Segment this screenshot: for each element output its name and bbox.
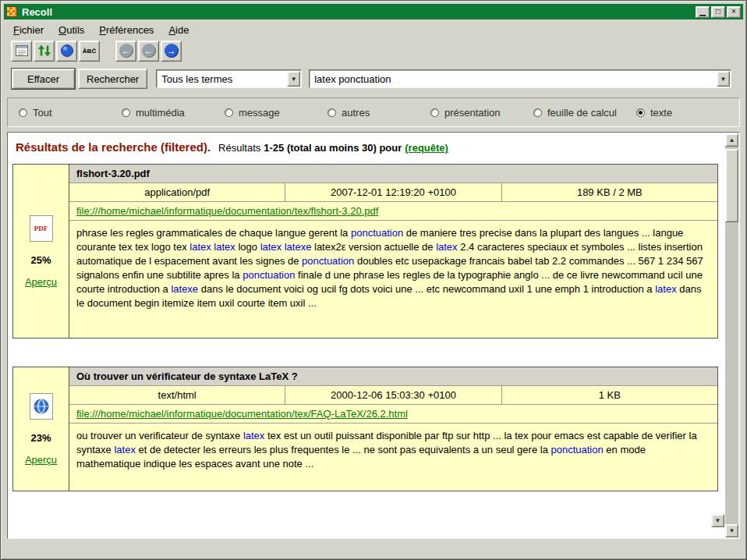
menubar: Fichier Outils Préférences Aide [4,21,743,38]
next-page-icon: → [165,44,179,58]
result-size: 1 KB [502,386,717,404]
filter-label: texte [650,107,672,119]
filter-tout[interactable]: Tout [19,107,122,119]
result-leftcol: PDF 25% Aperçu [13,165,69,338]
query-input-value[interactable]: latex ponctuation [310,73,717,85]
chevron-down-icon[interactable]: ▼ [717,71,730,87]
filter-label: feuille de calcul [547,107,617,119]
radio-icon[interactable] [225,108,233,117]
filter-feuille-de-calcul[interactable]: feuille de calcul [533,107,636,119]
prev-page-icon: ← [142,44,156,58]
next-page-button[interactable]: → [161,41,182,62]
minimize-button[interactable]: ▁ [696,6,710,18]
filter-label: message [239,107,280,119]
scroll-down-icon[interactable]: ▼ [725,524,738,537]
clear-button[interactable]: Effacer [12,69,75,89]
filter-texte[interactable]: texte [636,107,672,119]
radio-icon[interactable] [533,108,542,117]
result-table: Où trouver un vérificateur de syntaxe La… [69,367,717,491]
search-row: Effacer Rechercher Tous les termes ▼ lat… [4,66,743,91]
filter-label: multimédia [136,107,185,119]
menu-fichier[interactable]: Fichier [11,23,46,37]
update-index-icon [37,44,51,58]
scrollbar-thumb[interactable] [725,149,738,222]
result-leftcol: 23% Aperçu [13,367,69,491]
results-header: Résultats de la recherche (filtered).Rés… [9,133,724,154]
relevance-percent: 23% [30,432,51,444]
radio-icon[interactable] [327,108,336,117]
query-config-button[interactable] [56,41,77,62]
result-size: 189 KB / 2 MB [502,183,717,201]
results-count-range: 1-25 (total au moins 30) pour [264,142,402,154]
results-list: Résultats de la recherche (filtered).Rés… [9,133,724,537]
term-explorer-icon: ÂBĈ [83,48,96,55]
filter-multimedia[interactable]: multimédia [122,107,225,119]
radio-icon[interactable] [636,108,645,117]
result-meta-row: application/pdf 2007-12-01 12:19:20 +010… [69,183,717,202]
result-mime: text/html [69,386,285,404]
filter-label: autres [342,107,370,119]
filter-autres[interactable]: autres [327,107,430,119]
toolbar: ÂBĈ ← ← → [4,38,743,63]
result-mime: application/pdf [69,183,285,201]
menu-outils[interactable]: Outils [56,23,87,37]
preview-link[interactable]: Aperçu [25,454,57,466]
globe-icon [60,44,74,58]
prev-page-button[interactable]: ← [138,41,159,62]
result-card: 23% Aperçu Où trouver un vérificateur de… [12,367,718,491]
result-snippet: ou trouver un verificateur de syntaxe la… [69,424,717,491]
filter-message[interactable]: message [225,107,327,119]
result-url-row: file:///home/michael/informatique/docume… [69,202,717,221]
filter-row: Tout multimédia message autres présentat… [7,97,740,127]
result-url-row: file:///home/michael/informatique/docume… [69,405,717,424]
relevance-percent: 25% [30,254,51,266]
result-card: PDF 25% Aperçu flshort-3.20.pdf applicat… [12,164,718,338]
menu-aide[interactable]: Aide [166,23,191,37]
query-input[interactable]: latex ponctuation ▼ [309,69,731,88]
titlebar[interactable]: Recoll ▁ □ × [4,4,743,19]
chevron-down-icon[interactable]: ▼ [287,71,300,87]
filter-presentation[interactable]: présentation [430,107,533,119]
first-page-button[interactable]: ← [115,41,136,62]
search-button[interactable]: Rechercher [78,69,147,89]
clear-search-button[interactable] [11,41,32,62]
result-meta-row: text/html 2000-12-06 15:03:30 +0100 1 KB [69,386,717,405]
menu-preferences[interactable]: Préférences [97,23,156,37]
result-url-link[interactable]: file:///home/michael/informatique/docume… [76,205,378,217]
radio-icon[interactable] [19,108,27,117]
page-nav-group: ← ← → [115,41,182,62]
pdf-icon: PDF [30,215,53,242]
query-details-link[interactable]: (requête) [405,142,448,154]
result-date: 2000-12-06 15:03:30 +0100 [285,386,501,404]
search-mode-select[interactable]: Tous les termes ▼ [156,69,302,88]
preview-link[interactable]: Aperçu [25,276,57,288]
result-cards: PDF 25% Aperçu flshort-3.20.pdf applicat… [12,164,718,491]
results-count: Résultats [218,142,260,154]
result-url-link[interactable]: file:///home/michael/informatique/docume… [76,408,408,420]
update-index-button[interactable] [34,41,55,62]
close-button[interactable]: × [727,6,741,18]
result-table: flshort-3.20.pdf application/pdf 2007-12… [69,165,717,338]
scroll-up-icon[interactable]: ▲ [725,133,738,147]
radio-icon[interactable] [430,108,439,117]
filter-label: présentation [444,107,501,119]
radio-icon[interactable] [122,108,130,117]
result-snippet: phrase les regles grammaticales de chaqu… [69,221,717,338]
results-title: Résultats de la recherche (filtered). [16,140,211,154]
first-page-icon: ← [119,44,133,58]
term-explorer-button[interactable]: ÂBĈ [79,41,100,62]
result-title: Où trouver un vérificateur de syntaxe La… [69,367,717,386]
clear-search-icon [15,44,29,58]
result-date: 2007-12-01 12:19:20 +0100 [285,183,501,201]
globe-icon [30,393,53,420]
inner-scroll-down-icon[interactable]: ▼ [711,514,724,527]
vertical-scrollbar[interactable]: ▲ ▼ [725,133,738,537]
filter-label: Tout [33,107,52,119]
search-mode-value: Tous les termes [157,73,287,85]
maximize-button[interactable]: □ [711,6,725,18]
recoll-window: Recoll ▁ □ × Fichier Outils Préférences … [0,0,747,560]
results-frame: Résultats de la recherche (filtered).Rés… [7,132,740,539]
result-title: flshort-3.20.pdf [69,165,717,183]
window-title: Recoll [22,6,691,18]
recoll-app-icon [6,6,17,17]
